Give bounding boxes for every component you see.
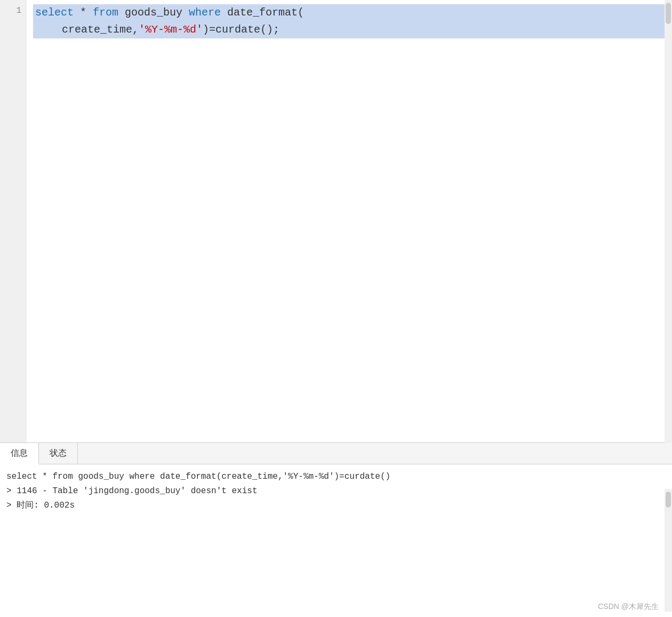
editor-scrollbar[interactable] (665, 0, 672, 443)
line-number-gutter: 1 (0, 0, 27, 442)
output-query-line: select * from goods_buy where date_forma… (6, 470, 666, 484)
main-container: 1 select * from goods_buy where date_for… (0, 0, 672, 617)
code-editor[interactable]: 1 select * from goods_buy where date_for… (0, 0, 672, 443)
output-area: select * from goods_buy where date_forma… (0, 464, 672, 617)
token-string: '%Y-%m-%d' (139, 23, 203, 36)
token-star: * (74, 6, 93, 19)
token-from: from (93, 6, 118, 19)
token-col: create_time, (62, 23, 139, 36)
output-time-line: > 时间: 0.002s (6, 499, 666, 513)
line-number-1: 1 (0, 4, 21, 18)
tab-bar[interactable]: 信息 状态 (0, 443, 672, 464)
code-highlighted-block: select * from goods_buy where date_forma… (33, 4, 666, 38)
code-display[interactable]: select * from goods_buy where date_forma… (27, 0, 672, 442)
watermark: CSDN @木犀先生 (598, 602, 659, 612)
output-scrollbar-thumb[interactable] (666, 492, 671, 508)
token-func: date_format( (221, 6, 304, 19)
token-rest: )=curdate(); (203, 23, 279, 36)
bottom-panel: 信息 状态 select * from goods_buy where date… (0, 443, 672, 617)
token-select: select (35, 6, 74, 19)
tab-info[interactable]: 信息 (0, 443, 39, 464)
tab-status[interactable]: 状态 (39, 443, 78, 464)
output-scrollbar[interactable] (665, 489, 672, 612)
output-error-line: > 1146 - Table 'jingdong.goods_buy' does… (6, 484, 666, 499)
token-where: where (189, 6, 221, 19)
editor-scrollbar-thumb[interactable] (666, 3, 671, 24)
token-table: goods_buy (118, 6, 189, 19)
